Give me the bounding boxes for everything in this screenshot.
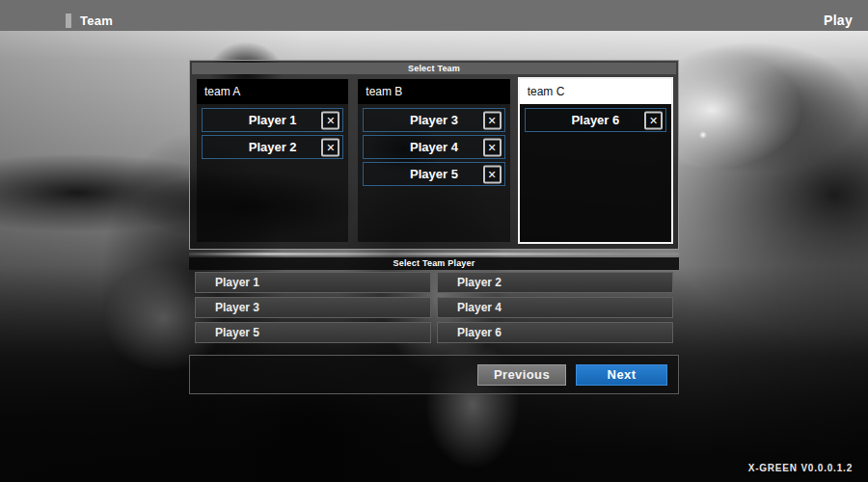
- panel-footer: Previous Next: [189, 355, 679, 394]
- next-button[interactable]: Next: [576, 364, 667, 386]
- team-a-player-row[interactable]: Player 2 ✕: [202, 135, 343, 159]
- x-icon: ✕: [326, 142, 335, 152]
- player-name: Player 4: [410, 140, 458, 154]
- page-title: Team: [80, 13, 113, 28]
- remove-player-button[interactable]: ✕: [483, 165, 502, 183]
- title-marker-icon: [66, 13, 71, 28]
- team-b-player-row[interactable]: Player 3 ✕: [363, 108, 504, 132]
- play-menu-item[interactable]: Play: [824, 13, 853, 28]
- player-name: Player 5: [410, 167, 458, 181]
- pool-player-button[interactable]: Player 1: [195, 272, 431, 293]
- version-label: X-GREEN V0.0.0.1.2: [748, 463, 853, 473]
- team-c-player-row[interactable]: Player 6 ✕: [525, 108, 666, 132]
- pool-player-button[interactable]: Player 6: [437, 322, 673, 343]
- team-c-header[interactable]: team C: [520, 79, 671, 104]
- player-name: Player 1: [249, 113, 297, 127]
- team-a-body: Player 1 ✕ Player 2 ✕: [197, 104, 348, 242]
- pool-player-button[interactable]: Player 5: [195, 322, 431, 343]
- team-column-b: team B Player 3 ✕ Player 4 ✕ Player 5 ✕: [356, 77, 511, 244]
- remove-player-button[interactable]: ✕: [644, 111, 663, 129]
- player-name: Player 3: [410, 113, 458, 127]
- team-a-header[interactable]: team A: [197, 79, 348, 104]
- x-icon: ✕: [488, 169, 497, 179]
- x-icon: ✕: [488, 142, 497, 152]
- team-column-c: team C Player 6 ✕: [518, 77, 673, 244]
- x-icon: ✕: [488, 115, 497, 125]
- pool-player-button[interactable]: Player 2: [437, 272, 673, 293]
- team-c-body: Player 6 ✕: [520, 104, 671, 242]
- remove-player-button[interactable]: ✕: [321, 111, 339, 129]
- select-team-title: Select Team: [192, 63, 676, 74]
- x-icon: ✕: [326, 115, 335, 125]
- top-bar: Team Play: [0, 0, 868, 31]
- player-name: Player 2: [249, 140, 297, 154]
- team-b-body: Player 3 ✕ Player 4 ✕ Player 5 ✕: [358, 104, 509, 242]
- team-b-header[interactable]: team B: [358, 79, 509, 104]
- pool-player-button[interactable]: Player 4: [437, 297, 673, 318]
- team-setup-panel: Select Team team A Player 1 ✕ Player 2 ✕…: [189, 60, 679, 394]
- pool-player-button[interactable]: Player 3: [195, 297, 431, 318]
- team-columns: team A Player 1 ✕ Player 2 ✕ team B: [195, 77, 673, 244]
- remove-player-button[interactable]: ✕: [483, 111, 502, 129]
- select-team-player-section: Select Team Player Player 1 Player 2 Pla…: [189, 257, 679, 343]
- select-team-player-title: Select Team Player: [189, 257, 679, 270]
- team-b-player-row[interactable]: Player 4 ✕: [363, 135, 504, 159]
- player-name: Player 6: [571, 113, 619, 127]
- select-team-section: Select Team team A Player 1 ✕ Player 2 ✕…: [189, 60, 679, 250]
- remove-player-button[interactable]: ✕: [321, 138, 339, 156]
- remove-player-button[interactable]: ✕: [483, 138, 502, 156]
- section-divider: [189, 253, 679, 255]
- team-a-player-row[interactable]: Player 1 ✕: [202, 108, 343, 132]
- x-icon: ✕: [649, 115, 658, 125]
- previous-button[interactable]: Previous: [477, 364, 566, 386]
- team-b-player-row[interactable]: Player 5 ✕: [363, 162, 504, 186]
- team-column-a: team A Player 1 ✕ Player 2 ✕: [195, 77, 350, 244]
- player-pool-grid: Player 1 Player 2 Player 3 Player 4 Play…: [189, 272, 679, 343]
